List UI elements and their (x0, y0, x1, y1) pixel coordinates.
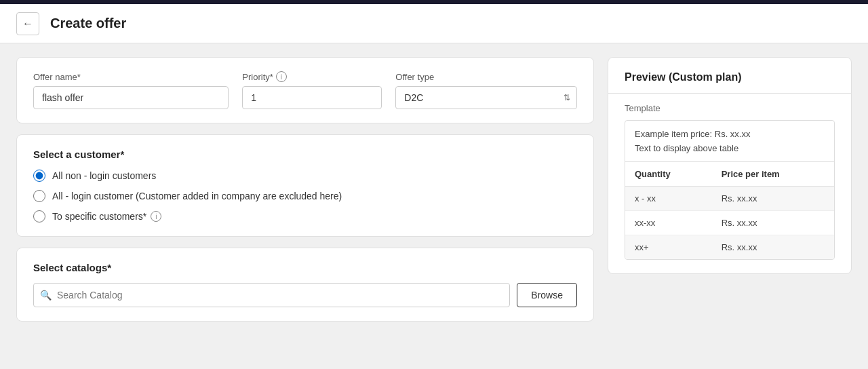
priority-info-icon[interactable]: i (276, 71, 287, 82)
offer-type-select-wrapper: D2C B2B Both (395, 86, 577, 109)
specific-customer-info-icon[interactable]: i (151, 211, 161, 222)
customer-option-2[interactable]: All - login customer (Customer added in … (33, 190, 577, 202)
cell-price: Rs. xx.xx (712, 211, 834, 235)
priority-group: Priority* i (242, 71, 382, 109)
left-panel: Offer name* Priority* i Offer type D2C (16, 57, 594, 322)
offer-details-card: Offer name* Priority* i Offer type D2C (16, 57, 594, 123)
table-row: x - xx Rs. xx.xx (625, 187, 834, 211)
priority-label: Priority* i (242, 71, 382, 82)
browse-button[interactable]: Browse (517, 283, 577, 307)
priority-input[interactable] (242, 86, 382, 109)
col-price-header: Price per item (712, 162, 834, 187)
cell-quantity: x - xx (625, 187, 712, 211)
customer-radio-1[interactable] (33, 170, 45, 182)
preview-divider (608, 93, 851, 94)
preview-table: Quantity Price per item x - xx Rs. xx.xx… (625, 162, 834, 259)
search-wrapper: 🔍 (33, 283, 510, 307)
template-header: Example item price: Rs. xx.xx Text to di… (625, 121, 834, 162)
right-panel: Preview (Custom plan) Template Example i… (608, 57, 852, 322)
page-title: Create offer (50, 16, 126, 31)
back-button[interactable]: ← (16, 12, 39, 35)
cell-quantity: xx+ (625, 235, 712, 260)
customer-card: Select a customer* All non - login custo… (16, 134, 594, 237)
template-box: Example item price: Rs. xx.xx Text to di… (625, 120, 835, 260)
preview-title: Preview (Custom plan) (625, 71, 835, 83)
search-catalog-input[interactable] (33, 283, 510, 307)
customer-option-1[interactable]: All non - login customers (33, 170, 577, 182)
example-price: Example item price: Rs. xx.xx (635, 129, 825, 139)
offer-name-input[interactable] (33, 86, 229, 109)
cell-price: Rs. xx.xx (712, 235, 834, 260)
customer-section-title: Select a customer* (33, 149, 577, 160)
display-text: Text to display above table (635, 143, 825, 153)
cell-price: Rs. xx.xx (712, 187, 834, 211)
table-row: xx-xx Rs. xx.xx (625, 211, 834, 235)
offer-type-select[interactable]: D2C B2B Both (395, 86, 577, 109)
back-icon: ← (22, 18, 33, 30)
form-row: Offer name* Priority* i Offer type D2C (33, 71, 577, 109)
main-content: Offer name* Priority* i Offer type D2C (0, 43, 868, 335)
customer-radio-2[interactable] (33, 190, 45, 202)
customer-option-3[interactable]: To specific customers* i (33, 210, 577, 222)
table-row: xx+ Rs. xx.xx (625, 235, 834, 260)
catalogs-card: Select catalogs* 🔍 Browse (16, 248, 594, 322)
col-quantity-header: Quantity (625, 162, 712, 187)
search-row: 🔍 Browse (33, 283, 577, 307)
customer-radio-group: All non - login customers All - login cu… (33, 170, 577, 222)
cell-quantity: xx-xx (625, 211, 712, 235)
offer-name-label: Offer name* (33, 72, 229, 82)
customer-label-1: All non - login customers (52, 170, 156, 181)
customer-label-2: All - login customer (Customer added in … (52, 191, 342, 201)
template-label: Template (625, 103, 835, 113)
customer-radio-3[interactable] (33, 210, 45, 222)
offer-name-group: Offer name* (33, 72, 229, 109)
table-header-row: Quantity Price per item (625, 162, 834, 187)
offer-type-label: Offer type (395, 72, 577, 82)
catalogs-title: Select catalogs* (33, 262, 577, 273)
search-icon: 🔍 (40, 290, 52, 300)
customer-label-3: To specific customers* i (52, 211, 161, 222)
preview-card: Preview (Custom plan) Template Example i… (608, 57, 852, 274)
offer-type-group: Offer type D2C B2B Both (395, 72, 577, 109)
header: ← Create offer (0, 4, 868, 43)
